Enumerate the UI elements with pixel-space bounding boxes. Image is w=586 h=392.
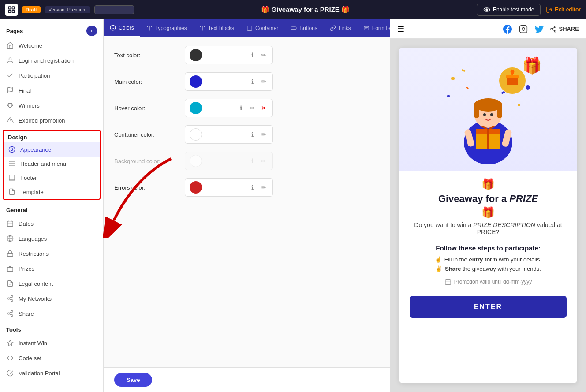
main-color-swatch-area[interactable]: ℹ ✏ — [185, 72, 273, 91]
general-title: General — [0, 202, 103, 216]
instagram-icon[interactable] — [518, 24, 529, 34]
sidebar-item-welcome[interactable]: Welcome — [0, 38, 103, 53]
hover-color-edit-icon[interactable]: ✏ — [248, 104, 257, 112]
pages-header: Pages ‹ — [0, 19, 103, 38]
collapse-sidebar-button[interactable]: ‹ — [86, 26, 97, 36]
svg-point-60 — [554, 30, 556, 32]
twitter-icon[interactable] — [534, 24, 545, 34]
tab-buttons[interactable]: Buttons — [284, 20, 324, 37]
star-icon — [6, 339, 14, 347]
sidebar-item-legal[interactable]: Legal content — [0, 276, 103, 291]
hamburger-menu[interactable]: ☰ — [397, 24, 404, 34]
hover-color-swatch-area[interactable]: ℹ ✏ ✕ — [185, 99, 273, 117]
sidebar-item-footer[interactable]: Footer — [4, 171, 100, 185]
sidebar-item-dates[interactable]: Dates — [0, 216, 103, 231]
container-color-swatch[interactable] — [190, 128, 202, 141]
share-button[interactable]: SHARE — [550, 26, 579, 33]
container-tab-icon — [246, 25, 253, 31]
main-color-info-icon[interactable]: ℹ — [248, 77, 257, 86]
tab-text-blocks[interactable]: Text blocks — [193, 20, 240, 37]
links-tab-icon — [330, 25, 336, 31]
svg-point-36 — [7, 313, 9, 314]
container-color-edit-icon[interactable]: ✏ — [259, 130, 268, 139]
sidebar-item-validation[interactable]: Validation Portal — [0, 366, 103, 381]
errors-color-info-icon[interactable]: ℹ — [248, 183, 257, 192]
network-icon — [6, 295, 14, 302]
hover-color-info-icon[interactable]: ℹ — [236, 104, 245, 112]
svg-rect-25 — [7, 253, 13, 256]
sidebar-item-participation[interactable]: Participation — [0, 68, 103, 83]
errors-color-swatch-area[interactable]: ℹ ✏ — [185, 178, 273, 197]
main-color-actions: ℹ ✏ — [244, 77, 268, 86]
tools-title: Tools — [0, 321, 103, 336]
sidebar-item-languages[interactable]: Languages — [0, 231, 103, 246]
sidebar-item-winners[interactable]: Winners — [0, 98, 103, 113]
design-title: Design — [4, 131, 100, 142]
text-color-actions: ℹ ✏ — [244, 51, 268, 60]
preview-topbar: ☰ SHARE — [390, 19, 586, 39]
sidebar-item-header-menu[interactable]: Header and menu — [4, 157, 100, 171]
exit-icon — [546, 6, 553, 13]
container-color-swatch-area[interactable]: ℹ ✏ — [185, 125, 273, 144]
save-button[interactable]: Save — [114, 373, 152, 387]
check-circle-icon — [6, 369, 14, 377]
hover-color-swatch[interactable] — [190, 102, 202, 114]
hover-color-delete-icon[interactable]: ✕ — [259, 104, 268, 112]
hover-color-label: Hover color: — [114, 105, 185, 112]
gift-icon-top: 🎁 — [522, 56, 542, 75]
preview-validity: Promotion valid until dd-mm-yyyy — [410, 278, 567, 285]
sidebar-item-prizes[interactable]: Prizes — [0, 261, 103, 276]
svg-rect-86 — [445, 280, 451, 285]
main-color-swatch[interactable] — [190, 75, 202, 88]
exit-editor-button[interactable]: Exit editor — [546, 6, 581, 13]
design-section: Design Appearance Header and menu Footer — [3, 130, 101, 200]
background-color-edit-icon: ✏ — [259, 157, 268, 165]
sidebar-item-restrictions[interactable]: Restrictions — [0, 246, 103, 261]
preview-gift-top: 🎁 — [410, 178, 567, 190]
sidebar-item-final[interactable]: Final — [0, 83, 103, 98]
warning-icon — [6, 116, 14, 124]
draft-badge: Draft — [22, 6, 41, 13]
tab-colors[interactable]: Colors — [104, 19, 140, 37]
enter-button[interactable]: ENTER — [410, 296, 567, 318]
test-mode-button[interactable]: Enable test mode — [477, 4, 541, 16]
color-row-background: Background color: ℹ ✏ — [114, 152, 379, 170]
tab-typographies[interactable]: Typographies — [140, 20, 193, 37]
container-color-info-icon[interactable]: ℹ — [248, 130, 257, 139]
tab-links[interactable]: Links — [324, 20, 357, 37]
text-color-swatch-area[interactable]: ℹ ✏ — [185, 46, 273, 64]
color-row-text: Text color: ℹ ✏ — [114, 46, 379, 64]
sidebar-item-code-set[interactable]: Code set — [0, 351, 103, 366]
sidebar-item-login[interactable]: Login and registration — [0, 53, 103, 68]
pages-title: Pages — [6, 28, 23, 34]
svg-rect-73 — [506, 75, 519, 78]
text-color-edit-icon[interactable]: ✏ — [259, 51, 268, 60]
title-input[interactable] — [94, 5, 134, 14]
home-icon — [6, 41, 14, 49]
background-color-swatch — [190, 155, 202, 167]
lock-icon — [6, 250, 14, 258]
svg-point-64 — [447, 95, 450, 97]
errors-color-actions: ℹ ✏ — [244, 183, 268, 192]
sidebar-item-share[interactable]: Share — [0, 306, 103, 321]
errors-color-edit-icon[interactable]: ✏ — [259, 183, 268, 192]
tab-form-fields[interactable]: Form fields — [357, 20, 390, 37]
main-color-edit-icon[interactable]: ✏ — [259, 77, 268, 86]
tab-container[interactable]: Container — [240, 20, 284, 37]
preview-social: SHARE — [502, 24, 579, 34]
color-row-container: Container color: ℹ ✏ — [114, 125, 379, 144]
sidebar-item-expired[interactable]: Expired promotion — [0, 113, 103, 128]
text-color-info-icon[interactable]: ℹ — [248, 51, 257, 60]
sidebar-item-appearance[interactable]: Appearance — [4, 142, 100, 157]
template-icon — [8, 188, 16, 196]
errors-color-swatch[interactable] — [190, 181, 202, 194]
sidebar-item-networks[interactable]: My Networks — [0, 291, 103, 306]
text-color-swatch[interactable] — [190, 49, 202, 61]
facebook-icon[interactable] — [502, 24, 513, 34]
text-color-label: Text color: — [114, 52, 185, 59]
sidebar-item-instant-win[interactable]: Instant Win — [0, 336, 103, 351]
calendar-icon — [6, 220, 14, 228]
sidebar-item-template[interactable]: Template — [4, 185, 100, 199]
share-icon-preview — [550, 26, 557, 33]
palette-icon — [8, 146, 16, 153]
